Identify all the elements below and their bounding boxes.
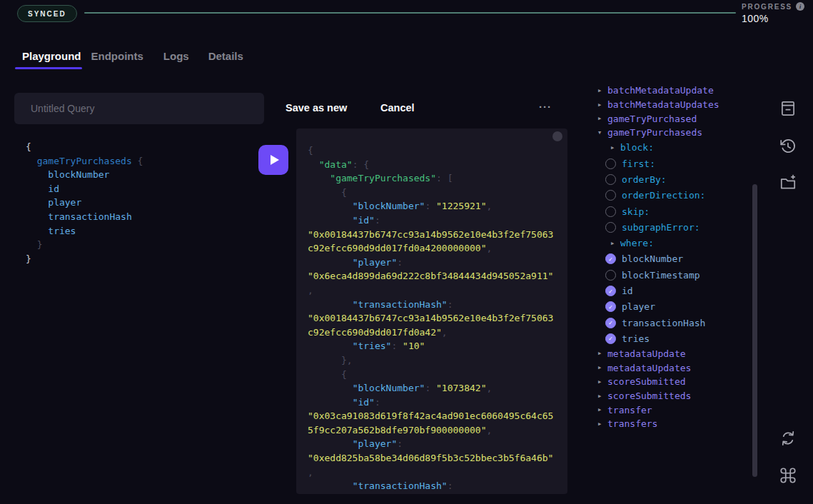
code-line: "id": "0x00184437b6747cc93a14b9562e10e4b…	[308, 213, 556, 256]
explorer-item-tries[interactable]: ✓tries	[592, 331, 751, 346]
chevron-right-icon[interactable]: ▶	[598, 393, 607, 399]
explorer-item-orderDirection[interactable]: orderDirection:	[592, 188, 751, 203]
code-line: },	[308, 353, 556, 368]
explorer-item-metadataUpdates[interactable]: ▶metadataUpdates	[592, 361, 751, 375]
checkbox-unchecked-icon[interactable]	[605, 174, 616, 185]
explorer-item-skip[interactable]: skip:	[592, 203, 751, 219]
query-editor[interactable]: { gameTryPurchaseds { blockNumber id pla…	[26, 140, 254, 266]
chevron-right-icon[interactable]: ▶	[611, 241, 620, 246]
checkbox-unchecked-icon[interactable]	[605, 206, 616, 217]
progress-value: 100%	[742, 13, 807, 24]
code-line: "player": "0x6eca4d899da69d222c8bf348444…	[308, 256, 556, 298]
explorer-item-transactionHash[interactable]: ✓transactionHash	[592, 315, 751, 331]
history-icon[interactable]	[779, 137, 797, 156]
explorer-item-scoreSubmitteds[interactable]: ▶scoreSubmitteds	[592, 389, 751, 403]
explorer-item-label: tries	[622, 333, 650, 344]
progress-label: PROGRESS	[742, 3, 792, 11]
more-options-button[interactable]: ···	[539, 101, 552, 113]
tab-playground[interactable]: Playground	[22, 43, 81, 69]
explorer-item-gameTryPurchased[interactable]: ▶gameTryPurchased	[592, 111, 751, 126]
checkbox-checked-icon[interactable]: ✓	[605, 286, 616, 296]
code-line: "blockNumber": "1225921",	[308, 199, 556, 213]
explorer-item-label: scoreSubmitteds	[607, 390, 691, 401]
chevron-right-icon[interactable]: ▶	[598, 379, 607, 385]
explorer-item-player[interactable]: ✓player	[592, 299, 751, 315]
explorer-item-id[interactable]: ✓id	[592, 283, 751, 298]
progress-bar	[84, 12, 736, 14]
tab-logs[interactable]: Logs	[163, 43, 189, 69]
explorer-item-label: orderBy:	[622, 174, 667, 185]
chevron-right-icon[interactable]: ▶	[598, 365, 607, 371]
tab-endpoints[interactable]: Endpoints	[91, 43, 143, 69]
folder-plus-icon[interactable]	[779, 173, 797, 192]
checkbox-checked-icon[interactable]: ✓	[605, 333, 616, 344]
explorer-item-blockTimestamp[interactable]: blockTimestamp	[592, 267, 751, 283]
code-line: "id": "0x03ca91083d619f8f42ac4ad901ec606…	[308, 395, 556, 438]
code-line: "transactionHash":	[308, 479, 556, 493]
code-line: gameTryPurchaseds {	[26, 154, 254, 168]
progress-info: PROGRESS i 100%	[742, 2, 807, 24]
save-as-new-button[interactable]: Save as new	[286, 102, 347, 114]
command-icon[interactable]	[779, 466, 797, 485]
code-line: "gameTryPurchaseds": [	[308, 171, 556, 186]
results-json: { "data": { "gameTryPurchaseds": [ { "bl…	[308, 143, 556, 493]
code-line: id	[26, 182, 254, 196]
archive-box-icon[interactable]	[779, 99, 797, 118]
code-line: player	[26, 196, 254, 210]
explorer-item-transfers[interactable]: ▶transfers	[592, 417, 751, 431]
explorer-item-label: metadataUpdate	[607, 348, 686, 359]
code-line: {	[308, 186, 556, 200]
chevron-right-icon[interactable]: ▶	[598, 421, 607, 427]
results-panel: { "data": { "gameTryPurchaseds": [ { "bl…	[296, 128, 567, 494]
chevron-right-icon[interactable]: ▶	[598, 88, 607, 94]
chevron-right-icon[interactable]: ▶	[598, 102, 607, 108]
checkbox-unchecked-icon[interactable]	[605, 270, 616, 281]
code-line: "blockNumber": "1073842",	[308, 381, 556, 395]
explorer-item-label: block:	[620, 142, 654, 153]
explorer-item-gameTryPurchaseds[interactable]: ▼gameTryPurchaseds	[592, 126, 751, 140]
explorer-item-label: subgraphError:	[622, 222, 700, 233]
info-icon[interactable]: i	[796, 2, 804, 11]
checkbox-checked-icon[interactable]: ✓	[605, 301, 616, 312]
explorer-item-blockNumber[interactable]: ✓blockNumber	[592, 251, 751, 267]
explorer-item-batchMetadataUpdate[interactable]: ▶batchMetadataUpdate	[592, 84, 751, 98]
checkbox-unchecked-icon[interactable]	[605, 222, 616, 233]
explorer-item-batchMetadataUpdates[interactable]: ▶batchMetadataUpdates	[592, 98, 751, 112]
tab-details[interactable]: Details	[208, 43, 243, 69]
explorer-item-label: player	[622, 301, 655, 312]
chevron-down-icon[interactable]: ▼	[598, 130, 607, 136]
refresh-schema-icon[interactable]	[779, 429, 797, 448]
sync-status-label: SYNCED	[28, 10, 66, 18]
cancel-button[interactable]: Cancel	[380, 102, 415, 114]
explorer-item-block[interactable]: ▶block:	[592, 140, 751, 156]
explorer-item-where[interactable]: ▶where:	[592, 236, 751, 251]
explorer-item-label: transactionHash	[622, 318, 705, 328]
explorer-item-label: scoreSubmitted	[607, 376, 686, 387]
explorer-item-label: blockTimestamp	[622, 270, 700, 281]
code-line: transactionHash	[26, 210, 254, 224]
checkbox-checked-icon[interactable]: ✓	[605, 318, 616, 328]
code-line: tries	[26, 224, 254, 238]
chevron-right-icon[interactable]: ▶	[598, 351, 607, 356]
explorer-item-first[interactable]: first:	[592, 156, 751, 171]
code-line: }	[26, 252, 254, 266]
checkbox-checked-icon[interactable]: ✓	[605, 253, 616, 264]
code-line: {	[308, 143, 556, 158]
explorer-item-transfer[interactable]: ▶transfer	[592, 403, 751, 417]
explorer-item-label: transfer	[607, 405, 652, 415]
explorer-item-label: metadataUpdates	[607, 363, 691, 373]
chevron-right-icon[interactable]: ▶	[598, 116, 607, 121]
explorer-item-orderBy[interactable]: orderBy:	[592, 171, 751, 187]
chevron-right-icon[interactable]: ▶	[611, 145, 620, 151]
checkbox-unchecked-icon[interactable]	[605, 158, 616, 169]
chevron-right-icon[interactable]: ▶	[598, 407, 607, 413]
checkbox-unchecked-icon[interactable]	[605, 190, 616, 201]
explorer-item-metadataUpdate[interactable]: ▶metadataUpdate	[592, 347, 751, 361]
scroll-indicator-dot[interactable]	[552, 131, 562, 141]
tab-bar: PlaygroundEndpointsLogsDetails	[14, 43, 243, 69]
query-name-input[interactable]	[14, 93, 264, 124]
run-query-button[interactable]	[258, 145, 288, 175]
explorer-scrollbar[interactable]	[752, 184, 757, 477]
explorer-item-subgraphError[interactable]: subgraphError:	[592, 219, 751, 235]
explorer-item-scoreSubmitted[interactable]: ▶scoreSubmitted	[592, 375, 751, 389]
